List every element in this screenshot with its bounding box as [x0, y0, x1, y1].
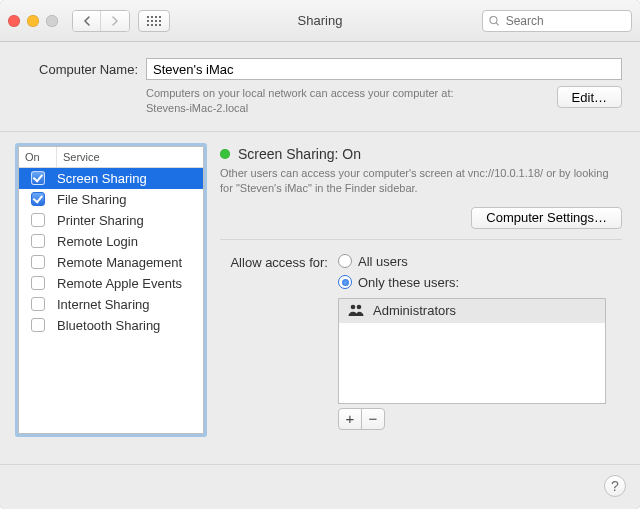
close-window-button[interactable] — [8, 15, 20, 27]
computer-name-section: Computer Name: Computers on your local n… — [0, 42, 640, 132]
back-button[interactable] — [73, 11, 101, 31]
search-input[interactable] — [504, 13, 625, 29]
column-service[interactable]: Service — [57, 147, 203, 167]
access-label: Allow access for: — [220, 254, 328, 270]
zoom-window-button — [46, 15, 58, 27]
sharing-preferences-window: Sharing Computer Name: Computers on your… — [0, 0, 640, 509]
service-row[interactable]: Screen Sharing — [19, 168, 203, 189]
service-checkbox[interactable] — [31, 318, 45, 332]
user-row[interactable]: Administrators — [339, 299, 605, 323]
nav-back-forward — [72, 10, 130, 32]
footer-divider — [0, 464, 640, 465]
service-checkbox[interactable] — [31, 213, 45, 227]
service-checkbox[interactable] — [31, 255, 45, 269]
computer-settings-button[interactable]: Computer Settings… — [471, 207, 622, 229]
user-name: Administrators — [373, 303, 456, 318]
computer-name-label: Computer Name: — [18, 58, 138, 77]
service-name: Screen Sharing — [57, 171, 203, 186]
radio-only-users-label: Only these users: — [358, 275, 459, 290]
service-checkbox[interactable] — [31, 297, 45, 311]
svg-rect-8 — [147, 24, 149, 26]
search-icon — [489, 15, 500, 27]
titlebar: Sharing — [0, 0, 640, 42]
service-checkbox[interactable] — [31, 234, 45, 248]
svg-rect-6 — [155, 20, 157, 22]
column-on[interactable]: On — [19, 147, 57, 167]
service-row[interactable]: Remote Apple Events — [19, 273, 203, 294]
radio-all-users-label: All users — [358, 254, 408, 269]
allowed-users-list[interactable]: Administrators — [338, 298, 606, 404]
main-section: On Service Screen SharingFile SharingPri… — [0, 132, 640, 452]
service-name: File Sharing — [57, 192, 203, 207]
status-indicator-icon — [220, 149, 230, 159]
remove-user-button[interactable]: − — [361, 408, 385, 430]
search-field[interactable] — [482, 10, 632, 32]
grid-icon — [147, 16, 161, 26]
svg-rect-9 — [151, 24, 153, 26]
radio-all-users[interactable]: All users — [338, 254, 459, 269]
service-description: Other users can access your computer's s… — [220, 166, 622, 197]
service-name: Remote Login — [57, 234, 203, 249]
chevron-left-icon — [83, 16, 91, 26]
chevron-right-icon — [111, 16, 119, 26]
svg-rect-1 — [151, 16, 153, 18]
window-controls — [8, 15, 58, 27]
local-hostname-hint: Computers on your local network can acce… — [146, 86, 557, 101]
svg-point-14 — [351, 304, 356, 309]
service-row[interactable]: Remote Management — [19, 252, 203, 273]
computer-name-input[interactable] — [146, 58, 622, 80]
status-title: Screen Sharing: On — [238, 146, 361, 162]
svg-rect-4 — [147, 20, 149, 22]
service-name: Internet Sharing — [57, 297, 203, 312]
svg-rect-3 — [159, 16, 161, 18]
svg-point-15 — [357, 304, 362, 309]
service-row[interactable]: Bluetooth Sharing — [19, 315, 203, 336]
svg-rect-11 — [159, 24, 161, 26]
add-user-button[interactable]: + — [338, 408, 362, 430]
edit-hostname-button[interactable]: Edit… — [557, 86, 622, 108]
service-row[interactable]: File Sharing — [19, 189, 203, 210]
service-name: Bluetooth Sharing — [57, 318, 203, 333]
svg-rect-0 — [147, 16, 149, 18]
service-row[interactable]: Printer Sharing — [19, 210, 203, 231]
service-checkbox[interactable] — [31, 171, 45, 185]
svg-point-12 — [490, 16, 497, 23]
minimize-window-button[interactable] — [27, 15, 39, 27]
svg-rect-7 — [159, 20, 161, 22]
svg-rect-2 — [155, 16, 157, 18]
radio-only-users[interactable]: Only these users: — [338, 275, 459, 290]
local-hostname-value: Stevens-iMac-2.local — [146, 101, 557, 116]
service-checkbox[interactable] — [31, 192, 45, 206]
service-list[interactable]: On Service Screen SharingFile SharingPri… — [18, 146, 204, 434]
service-row[interactable]: Remote Login — [19, 231, 203, 252]
service-name: Remote Apple Events — [57, 276, 203, 291]
people-icon — [347, 303, 365, 319]
forward-button[interactable] — [101, 11, 129, 31]
svg-rect-5 — [151, 20, 153, 22]
help-button[interactable]: ? — [604, 475, 626, 497]
divider — [220, 239, 622, 240]
svg-line-13 — [496, 22, 499, 25]
svg-rect-10 — [155, 24, 157, 26]
service-name: Printer Sharing — [57, 213, 203, 228]
service-name: Remote Management — [57, 255, 203, 270]
service-detail: Screen Sharing: On Other users can acces… — [220, 146, 622, 434]
service-list-header: On Service — [19, 147, 203, 168]
service-row[interactable]: Internet Sharing — [19, 294, 203, 315]
service-checkbox[interactable] — [31, 276, 45, 290]
show-all-button[interactable] — [138, 10, 170, 32]
